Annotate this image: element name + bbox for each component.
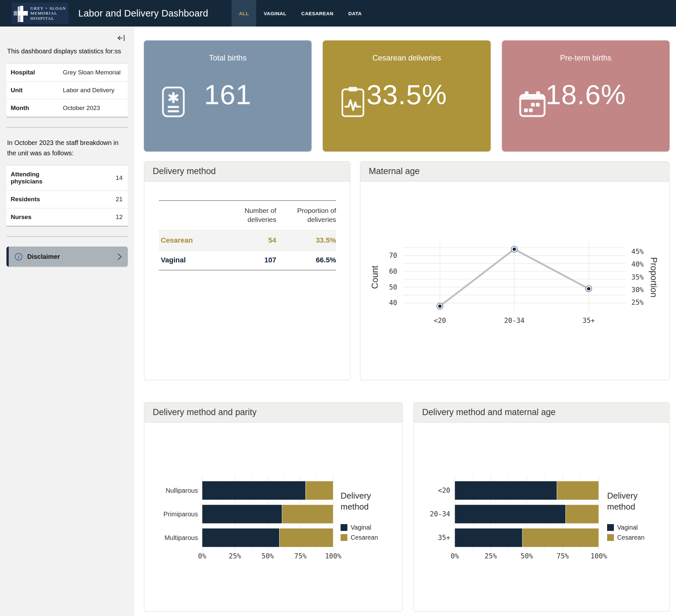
svg-text:Multiparous: Multiparous <box>165 534 198 541</box>
sidebar-intro-text: This dashboard displays statistics for:s… <box>7 46 127 56</box>
value-box-cesarean: Cesarean deliveries 33.5% <box>323 41 490 152</box>
table-row: Hospital Grey Sloan Memorial <box>6 64 128 81</box>
chevron-right-icon <box>117 253 122 261</box>
tab-all[interactable]: ALL <box>232 0 257 26</box>
value-boxes: Total births <box>144 41 670 152</box>
svg-text:60: 60 <box>389 268 397 275</box>
svg-text:40%: 40% <box>631 261 644 268</box>
card-title: Delivery method <box>144 161 350 181</box>
staff-intro-text: In October 2023 the staff breakdown in t… <box>7 137 127 158</box>
maternal-age-line-chart: 4050607025%30%35%40%45%<2020-3435+CountP… <box>360 181 669 380</box>
disclaimer-label: Disclaimer <box>27 253 60 261</box>
svg-text:45%: 45% <box>631 248 644 256</box>
value-box-value: 161 <box>144 78 312 111</box>
deliveries-proportion: 33.5% <box>276 230 336 250</box>
table-row: Attending physicians 14 <box>6 166 128 190</box>
svg-text:75%: 75% <box>557 552 569 560</box>
row-label: Cesarean <box>159 230 226 250</box>
svg-text:method: method <box>607 502 635 511</box>
svg-text:35+: 35+ <box>438 534 450 542</box>
svg-text:Vaginal: Vaginal <box>617 524 638 531</box>
svg-text:70: 70 <box>389 252 397 260</box>
info-icon: i <box>14 253 23 261</box>
svg-text:<20: <20 <box>438 487 450 494</box>
svg-text:25%: 25% <box>229 552 241 560</box>
svg-text:25%: 25% <box>631 299 644 306</box>
value-box-title: Cesarean deliveries <box>323 41 490 62</box>
empty-header-cell <box>159 201 226 230</box>
logo-line-2: MEMORIAL <box>31 11 66 15</box>
logo-line-3: HOSPITAL <box>31 16 66 21</box>
svg-text:Vaginal: Vaginal <box>351 524 371 531</box>
value-box-value: 18.6% <box>502 78 670 111</box>
hospital-logo: GREY + SLOAN MEMORIAL HOSPITAL <box>12 3 68 24</box>
staff-count: 21 <box>59 190 128 208</box>
svg-text:30%: 30% <box>631 286 644 294</box>
column-header: Number of deliveries <box>226 201 276 230</box>
svg-text:50: 50 <box>389 283 397 291</box>
disclaimer-button[interactable]: i Disclaimer <box>6 246 128 267</box>
info-label: Hospital <box>6 64 59 81</box>
svg-text:<20: <20 <box>434 317 446 325</box>
staff-count: 12 <box>59 208 128 226</box>
table-row-vaginal: Vaginal 107 66.5% <box>159 250 336 270</box>
svg-text:25%: 25% <box>485 552 497 560</box>
table-row-cesarean: Cesarean 54 33.5% <box>159 230 336 250</box>
staff-label: Nurses <box>6 208 59 226</box>
sidebar-divider <box>6 127 128 128</box>
svg-text:Delivery: Delivery <box>607 491 637 501</box>
hospital-logo-text: GREY + SLOAN MEMORIAL HOSPITAL <box>31 6 66 20</box>
svg-text:100%: 100% <box>590 552 607 560</box>
maternal-age-card: Maternal age 4050607025%30%35%40%45%<202… <box>360 161 670 380</box>
svg-text:20-34: 20-34 <box>430 510 450 518</box>
svg-text:50%: 50% <box>262 552 274 560</box>
table-row: Unit Labor and Delivery <box>6 81 128 99</box>
delivery-method-card: Delivery method Number of deliveries Pro… <box>144 161 350 380</box>
svg-text:Cesarean: Cesarean <box>617 534 644 541</box>
main-content: Total births <box>134 26 676 616</box>
navbar: GREY + SLOAN MEMORIAL HOSPITAL Labor and… <box>0 0 676 26</box>
card-title: Maternal age <box>360 161 669 181</box>
card-title: Delivery method and parity <box>144 402 402 423</box>
column-header: Proportion of deliveries <box>276 201 336 230</box>
parity-bar-chart: NulliparousPrimiparousMultiparous0%25%50… <box>144 423 402 611</box>
table-row: Residents 21 <box>6 190 128 208</box>
svg-text:100%: 100% <box>325 552 342 560</box>
svg-text:20-34: 20-34 <box>504 317 524 325</box>
parity-card: Delivery method and parity NulliparousPr… <box>144 402 403 611</box>
nav-tabs: ALL VAGINAL CAESAREAN DATA <box>232 0 370 26</box>
deliveries-count: 54 <box>226 230 276 250</box>
deliveries-proportion: 66.5% <box>276 250 336 270</box>
value-box-value: 33.5% <box>323 78 490 111</box>
sidebar-collapse-icon[interactable] <box>117 34 126 42</box>
info-label: Unit <box>6 81 59 99</box>
staff-table: Attending physicians 14 Residents 21 Nur… <box>6 165 128 226</box>
card-title: Delivery method and maternal age <box>414 402 669 423</box>
svg-text:50%: 50% <box>521 552 533 560</box>
svg-text:Proportion: Proportion <box>649 257 659 298</box>
tab-caesarean[interactable]: CAESAREAN <box>294 0 341 26</box>
info-value: Labor and Delivery <box>59 81 128 99</box>
table-header-row: Number of deliveries Proportion of deliv… <box>159 201 336 230</box>
sidebar-divider <box>6 236 128 237</box>
row-label: Vaginal <box>159 250 226 270</box>
svg-text:Cesarean: Cesarean <box>351 534 378 541</box>
tab-vaginal[interactable]: VAGINAL <box>256 0 294 26</box>
info-value: October 2023 <box>59 99 128 117</box>
svg-text:method: method <box>341 502 369 511</box>
hospital-cross-icon <box>14 5 29 22</box>
value-box-title: Pre-term births <box>502 41 670 62</box>
svg-text:35%: 35% <box>631 273 644 281</box>
svg-text:40: 40 <box>389 299 397 307</box>
info-value: Grey Sloan Memorial <box>59 64 128 81</box>
svg-text:i: i <box>18 254 19 259</box>
value-box-total-births: Total births <box>144 41 312 152</box>
staff-count: 14 <box>59 166 128 190</box>
hospital-info-table: Hospital Grey Sloan Memorial Unit Labor … <box>6 63 128 117</box>
value-box-preterm: Pre-term births 18.6% <box>502 41 670 152</box>
tab-data[interactable]: DATA <box>341 0 369 26</box>
svg-text:Delivery: Delivery <box>341 491 371 501</box>
svg-text:Count: Count <box>370 265 380 289</box>
svg-text:Primiparous: Primiparous <box>163 510 198 518</box>
page-title: Labor and Delivery Dashboard <box>78 8 208 19</box>
